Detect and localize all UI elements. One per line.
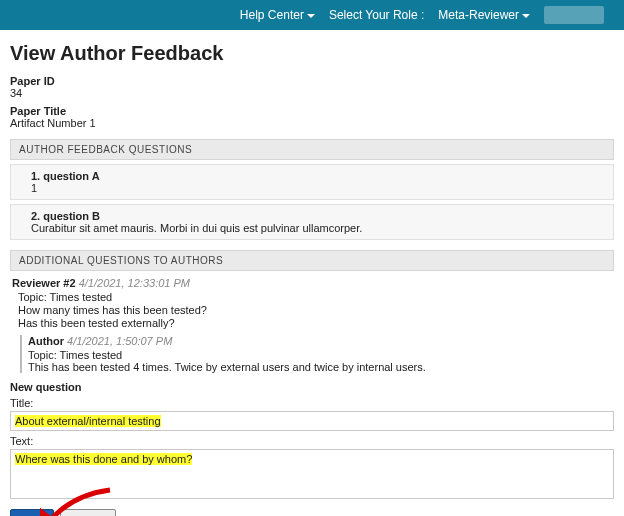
author-body: This has been tested 4 times. Twice by e… xyxy=(28,361,614,373)
answer-text: Curabitur sit amet mauris. Morbi in dui … xyxy=(31,222,603,234)
help-center-label: Help Center xyxy=(240,8,304,22)
top-nav: Help Center Select Your Role : Meta-Revi… xyxy=(0,0,624,30)
title-input[interactable]: About external/internal testing xyxy=(10,411,614,431)
paper-id-label: Paper ID xyxy=(10,75,614,87)
chevron-down-icon xyxy=(307,14,315,18)
question-text: 1. question A xyxy=(31,170,603,182)
title-field-label: Title: xyxy=(10,397,614,409)
role-dropdown[interactable]: Meta-Reviewer xyxy=(438,8,530,22)
question-text: 2. question B xyxy=(31,210,603,222)
user-menu[interactable] xyxy=(544,6,604,24)
paper-title-label: Paper Title xyxy=(10,105,614,117)
help-center-link[interactable]: Help Center xyxy=(240,8,315,22)
new-question-label: New question xyxy=(10,381,614,393)
topic-value: Times tested xyxy=(60,349,123,361)
author-timestamp: 4/1/2021, 1:50:07 PM xyxy=(67,335,172,347)
page-title: View Author Feedback xyxy=(10,42,614,65)
cancel-button[interactable]: Cancel xyxy=(60,509,116,516)
section-additional-questions: ADDITIONAL QUESTIONS TO AUTHORS xyxy=(10,250,614,271)
reviewer-label: Reviewer #2 xyxy=(12,277,76,289)
feedback-question-item: 1. question A 1 xyxy=(10,164,614,200)
answer-text: 1 xyxy=(31,182,603,194)
role-value: Meta-Reviewer xyxy=(438,8,519,22)
discussion-thread: Reviewer #2 4/1/2021, 12:33:01 PM Topic:… xyxy=(10,271,614,373)
topic-value: Times tested xyxy=(50,291,113,303)
topic-label: Topic: xyxy=(28,349,57,361)
reviewer-timestamp: 4/1/2021, 12:33:01 PM xyxy=(79,277,190,289)
author-reply: Author 4/1/2021, 1:50:07 PM Topic: Times… xyxy=(20,335,614,373)
reviewer-body-line: Has this been tested externally? xyxy=(18,317,614,329)
section-author-feedback: AUTHOR FEEDBACK QUESTIONS xyxy=(10,139,614,160)
text-input[interactable]: Where was this done and by whom? xyxy=(10,449,614,499)
reviewer-body-line: How many times has this been tested? xyxy=(18,304,614,316)
role-label: Select Your Role : xyxy=(329,8,424,22)
post-button[interactable]: Post xyxy=(10,509,54,516)
text-field-label: Text: xyxy=(10,435,614,447)
paper-id-value: 34 xyxy=(10,87,614,99)
title-input-value: About external/internal testing xyxy=(15,415,161,427)
author-label: Author xyxy=(28,335,64,347)
new-question-form: New question Title: About external/inter… xyxy=(10,381,614,516)
paper-title-value: Artifact Number 1 xyxy=(10,117,614,129)
text-input-value: Where was this done and by whom? xyxy=(15,453,192,465)
form-buttons: Post Cancel xyxy=(10,509,614,516)
feedback-question-item: 2. question B Curabitur sit amet mauris.… xyxy=(10,204,614,240)
topic-label: Topic: xyxy=(18,291,47,303)
chevron-down-icon xyxy=(522,14,530,18)
